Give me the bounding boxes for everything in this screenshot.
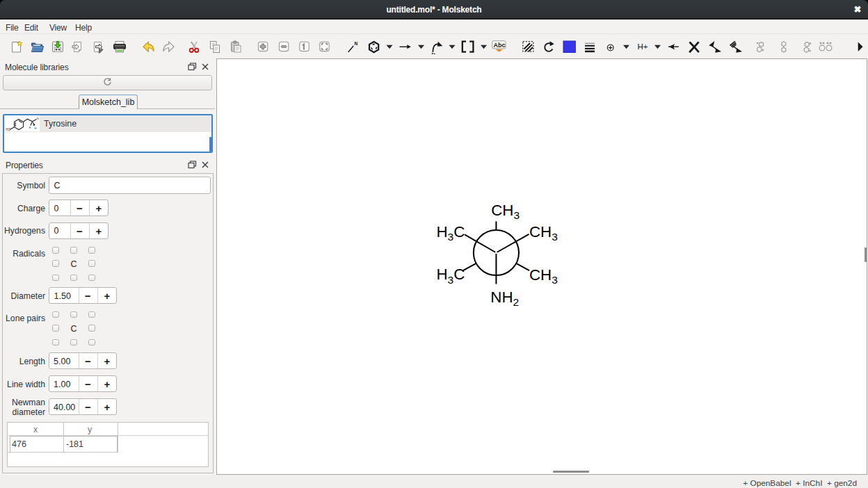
svg-text:N: N <box>355 41 358 46</box>
svg-text:CH3: CH3 <box>529 266 558 286</box>
svg-text:Abc: Abc <box>494 42 506 49</box>
svg-text:CH3: CH3 <box>529 223 558 243</box>
svg-text:H3C: H3C <box>437 266 465 285</box>
svg-text:H+: H+ <box>638 42 648 51</box>
svg-text:NH2: NH2 <box>490 288 519 308</box>
svg-text:H: H <box>35 127 37 130</box>
svg-text:H: H <box>29 126 31 129</box>
svg-text:CH3: CH3 <box>491 202 520 221</box>
svg-text:N: N <box>37 117 39 120</box>
svg-text:HO: HO <box>6 128 10 131</box>
svg-text:H3C: H3C <box>437 223 465 243</box>
